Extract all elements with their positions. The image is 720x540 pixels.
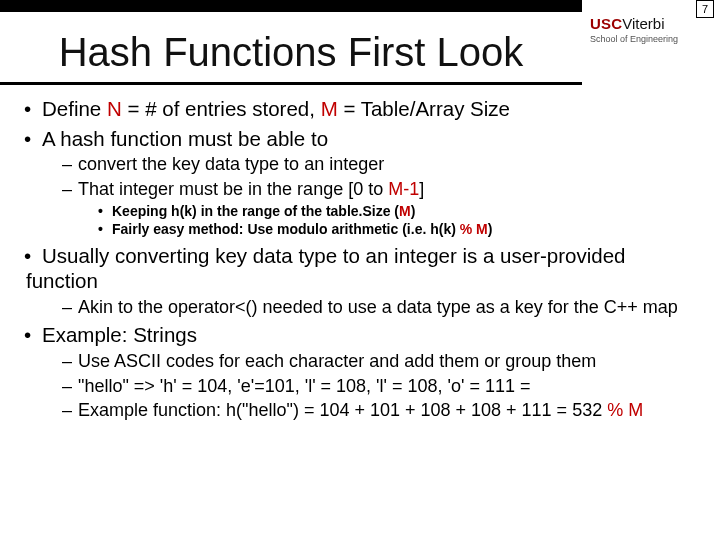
usc-viterbi-logo: USCViterbi School of Engineering <box>590 16 678 44</box>
sub-example-fn: Example function: h("hello") = 104 + 101… <box>62 399 700 422</box>
highlight-M-minus-1: M-1 <box>388 179 419 199</box>
logo-usc: USC <box>590 15 622 32</box>
highlight-mod-M-2: % M <box>607 400 643 420</box>
highlight-N: N <box>107 97 122 120</box>
header-band <box>0 0 582 12</box>
sub-convert-int: convert the key data type to an integer <box>62 153 700 176</box>
slide-title: Hash Functions First Look <box>0 30 582 75</box>
bullet-example-strings: Example: Strings Use ASCII codes for eac… <box>26 322 700 421</box>
logo-viterbi: Viterbi <box>622 15 664 32</box>
subsub-modulo: Fairly easy method: Use modulo arithmeti… <box>98 220 700 238</box>
sub-hello-chars: "hello" => 'h' = 104, 'e'=101, 'l' = 108… <box>62 375 700 398</box>
title-underline <box>0 82 582 85</box>
sub-operator-less: Akin to the operator<() needed to use a … <box>62 296 700 319</box>
logo-subtitle: School of Engineering <box>590 35 678 45</box>
subsub-range-tablesize: Keeping h(k) in the range of the table.S… <box>98 202 700 220</box>
page-number: 7 <box>702 3 708 15</box>
slide-body: Define N = # of entries stored, M = Tabl… <box>26 96 700 426</box>
sub-range: That integer must be in the range [0 to … <box>62 178 700 239</box>
page-number-box: 7 <box>696 0 714 18</box>
bullet-hash-must: A hash function must be able to convert … <box>26 126 700 239</box>
bullet-define: Define N = # of entries stored, M = Tabl… <box>26 96 700 122</box>
highlight-M: M <box>321 97 338 120</box>
sub-ascii-codes: Use ASCII codes for each character and a… <box>62 350 700 373</box>
highlight-mod-M-1: % M <box>460 221 488 237</box>
bullet-user-provided: Usually converting key data type to an i… <box>26 243 700 319</box>
